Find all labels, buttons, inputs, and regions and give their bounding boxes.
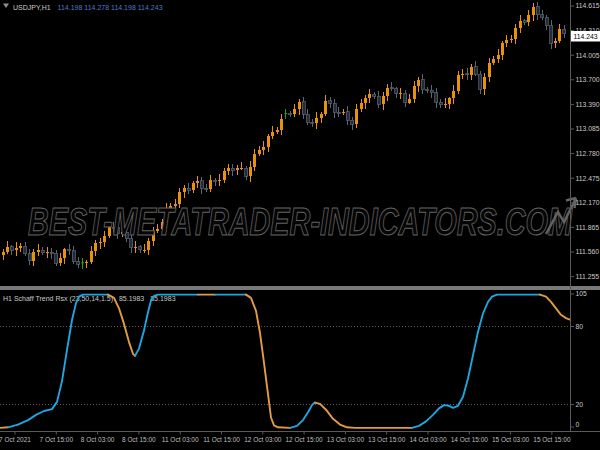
candle-up [280, 119, 283, 130]
candle-down [404, 93, 407, 102]
price-tick-label: 112.780 [576, 150, 600, 157]
time-tick-label: 14 Oct 03:00 [409, 436, 447, 443]
price-tick-label: 112.475 [576, 175, 600, 182]
time-tick-label: 7 Oct 2021 [0, 436, 31, 443]
symbol-timeframe: USDJPY,H1 [13, 4, 51, 11]
candle-up [276, 130, 279, 132]
candle-up [267, 136, 270, 147]
candle-up [32, 252, 35, 260]
candle-down [289, 114, 292, 115]
candle-up [85, 262, 88, 263]
current-price-badge: 114.243 [571, 31, 600, 42]
candle-down [430, 90, 433, 92]
candle-up [417, 80, 420, 86]
candle-up [448, 98, 451, 103]
price-tick-label: 113.085 [576, 125, 600, 132]
candle-up [399, 93, 402, 94]
candle-down [337, 112, 340, 113]
candle-up [558, 29, 561, 41]
symbol-ohlc-line: USDJPY,H1 114.198 114.278 114.198 114.24… [13, 4, 163, 11]
time-tick-label: 15 Oct 15:00 [533, 436, 571, 443]
candle-up [196, 181, 199, 183]
window-separator[interactable] [0, 286, 600, 290]
candle-up [413, 86, 416, 99]
candle-down [10, 247, 13, 251]
candle-down [563, 29, 566, 34]
watermark-text: BEST-METATRADER-INDICATORS.COM [28, 201, 573, 243]
time-tick-label: 13 Oct 03:00 [327, 436, 365, 443]
candle-down [351, 120, 354, 124]
time-tick-label: 12 Oct 03:00 [244, 436, 282, 443]
price-tick-label: 111.255 [576, 273, 600, 280]
candle-down [377, 97, 380, 105]
candle-up [497, 55, 500, 59]
candle-up [532, 7, 535, 15]
candle-up [37, 250, 40, 252]
candle-down [187, 188, 190, 190]
candle-up [510, 39, 513, 41]
candle-down [231, 168, 234, 170]
candle-down [474, 67, 477, 75]
time-tick-label: 12 Oct 15:00 [285, 436, 323, 443]
indicator-title: H1 Schaff Trend Rsx (23,50,14,1.5) 85.19… [3, 295, 176, 303]
candle-down [426, 90, 429, 91]
candle-up [183, 188, 186, 192]
candle-up [457, 75, 460, 91]
candle-up [527, 15, 530, 22]
candle-up [236, 168, 239, 170]
indicator-title-text: H1 Schaff Trend Rsx (23,50,14,1.5) [3, 295, 113, 303]
chart-canvas: BEST-METATRADER-INDICATORS.COM H1 Schaff… [0, 0, 600, 450]
candle-up [94, 243, 97, 251]
candle-down [545, 18, 548, 26]
candle-down [50, 252, 53, 253]
candle-up [249, 167, 252, 176]
oscillator-segment-down [0, 427, 8, 428]
candle-down [439, 102, 442, 104]
candle-down [200, 181, 203, 188]
price-tick-label: 112.170 [576, 199, 600, 206]
candle-up [452, 91, 455, 99]
candle-up [492, 59, 495, 64]
candle-up [444, 104, 447, 105]
candle-up [483, 77, 486, 89]
price-tick-label: 113.700 [576, 76, 600, 83]
candle-down [302, 102, 305, 114]
candle-down [421, 80, 424, 90]
price-tick-label: 114.005 [576, 52, 600, 59]
candle-down [395, 89, 398, 94]
watermark: BEST-METATRADER-INDICATORS.COM [28, 198, 576, 243]
candle-up [63, 249, 66, 258]
candle-down [373, 94, 376, 96]
indicator-tick-label: 105 [576, 290, 588, 297]
candle-down [466, 74, 469, 75]
candle-down [72, 250, 75, 261]
candle-down [214, 180, 217, 181]
candle-up [143, 250, 146, 251]
candle-up [192, 183, 195, 190]
candle-up [6, 247, 9, 253]
candle-up [59, 258, 62, 263]
candle-up [298, 102, 301, 109]
current-price-value: 114.243 [573, 33, 597, 40]
candle-up [90, 251, 93, 262]
time-tick-label: 14 Oct 15:00 [451, 436, 489, 443]
candle-down [329, 101, 332, 103]
candle-down [311, 122, 314, 123]
candle-down [306, 114, 309, 122]
candle-down [205, 188, 208, 189]
candle-down [541, 15, 544, 18]
candle-up [19, 246, 22, 248]
indicator-tick-label: 20 [576, 401, 584, 408]
candle-up [364, 98, 367, 104]
candle-up [315, 118, 318, 124]
candle-down [24, 246, 27, 254]
candle-up [258, 150, 261, 154]
candle-up [271, 132, 274, 136]
candle-down [390, 88, 393, 89]
candle-up [470, 67, 473, 75]
candle-down [333, 103, 336, 112]
candle-up [262, 147, 265, 150]
ohlc-values: 114.198 114.278 114.198 114.243 [58, 4, 163, 11]
indicator-value-1: 85.1983 [119, 295, 144, 302]
candle-up [293, 109, 296, 114]
